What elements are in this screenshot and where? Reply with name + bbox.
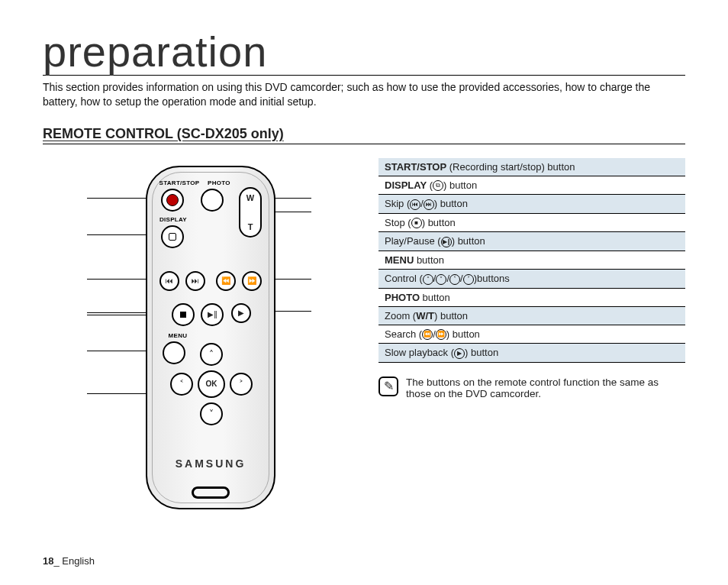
left-icon: ˂: [449, 274, 460, 285]
page-number: 18: [43, 555, 53, 567]
intro-text: This section provides information on usi…: [43, 80, 685, 109]
lanyard-hole-icon: [192, 486, 230, 499]
page-language: _ English: [53, 555, 94, 567]
row-text: Slow playback (: [385, 347, 454, 358]
row-bold: DISPLAY: [385, 179, 427, 191]
section-heading: REMOTE CONTROL (SC-DX205 only): [43, 126, 685, 144]
button-list-row: START/STOP (Recording start/stop) button: [378, 158, 685, 176]
rew-icon: ⏪: [422, 329, 433, 340]
button-list-row: PHOTO button: [378, 289, 685, 307]
remote-body: START/STOP PHOTO W T DISPLAY ⏮ ⏭ ⏪ ⏩ ▶‖ …: [146, 166, 275, 509]
dpad-left-icon: ˂: [170, 373, 193, 396]
button-list-row: Stop (■) button: [378, 214, 685, 233]
row-text: Skip (: [385, 198, 410, 209]
page-footer: 18_ English: [43, 555, 95, 567]
row-text: Play/Pause (: [385, 235, 441, 247]
photo-button-icon: [201, 189, 224, 212]
search-ffwd-icon: ⏩: [242, 271, 262, 291]
ffwd-icon: ⏩: [436, 329, 446, 340]
label-menu: MENU: [163, 332, 193, 339]
button-list-row: Skip (⏮/⏭) button: [378, 195, 685, 214]
row-text: button: [420, 292, 450, 303]
down-icon: ˅: [436, 274, 446, 285]
row-tail: ) button: [465, 347, 498, 358]
button-list-row: Search (⏪/⏩) button: [378, 325, 685, 344]
row-text: Zoom (: [385, 310, 416, 322]
row-bold: START/STOP: [385, 161, 446, 173]
row-bold-mid: W/T: [416, 310, 434, 322]
label-display: DISPLAY: [156, 216, 190, 223]
row-text: Search (: [385, 328, 422, 340]
button-list-row: Slow playback (▶) button: [378, 344, 685, 363]
note-text: The buttons on the remote control functi…: [406, 377, 685, 399]
skip-back-icon: ⏮: [159, 271, 179, 291]
page-title: preparation: [43, 31, 685, 76]
button-list-row: Control (˄/˅/˂/˃)buttons: [378, 270, 685, 289]
button-list-row: DISPLAY (⧉) button: [378, 176, 685, 196]
row-tail: ) button: [443, 179, 477, 191]
row-tail: ) button: [422, 217, 456, 228]
display-icon: ⧉: [433, 180, 443, 191]
skip-forward-icon: ⏭: [185, 271, 205, 291]
row-tail: ) button: [434, 198, 468, 209]
right-icon: ˃: [463, 274, 474, 285]
row-text: (: [427, 179, 433, 191]
zoom-w-label: W: [246, 193, 254, 202]
button-list: START/STOP (Recording start/stop) button…: [378, 158, 685, 399]
label-photo: PHOTO: [204, 179, 234, 186]
row-tail: ) button: [446, 328, 480, 340]
stop-icon: ■: [411, 218, 422, 228]
start-stop-button-icon: [161, 189, 184, 212]
dpad-ok-icon: OK: [198, 370, 225, 398]
note-icon: ✎: [378, 377, 398, 396]
slow-icon: ▶: [454, 348, 465, 359]
play-pause-icon: ▶‖: [201, 303, 224, 326]
dpad-down-icon: ˅: [200, 402, 223, 425]
row-tail: )buttons: [474, 273, 510, 284]
slow-playback-icon: ▶: [231, 303, 251, 323]
row-text: button: [414, 254, 444, 266]
search-rew-icon: ⏪: [216, 271, 236, 291]
row-text: Control (: [385, 273, 423, 284]
row-text: (Recording start/stop) button: [446, 161, 575, 173]
dpad-right-icon: ˃: [230, 373, 253, 396]
button-list-row: Play/Pause (▶‖) button: [378, 232, 685, 251]
skip-fwd-icon: ⏭: [424, 199, 434, 210]
note: ✎The buttons on the remote control funct…: [378, 377, 685, 399]
row-tail: ) button: [452, 235, 485, 247]
row-bold: MENU: [385, 254, 414, 266]
label-start-stop: START/STOP: [156, 179, 202, 186]
playpause-icon: ▶‖: [441, 237, 452, 247]
zoom-wt-button-icon: W T: [239, 187, 262, 238]
dpad-up-icon: ˄: [200, 343, 223, 366]
row-text: Stop (: [385, 217, 411, 228]
skip-back-icon: ⏮: [410, 199, 420, 210]
row-bold: PHOTO: [385, 292, 420, 303]
button-list-row: MENU button: [378, 251, 685, 270]
brand-label: SAMSUNG: [147, 457, 274, 470]
remote-diagram: START/STOP PHOTO W T DISPLAY ⏮ ⏭ ⏪ ⏩ ▶‖ …: [43, 158, 333, 525]
row-tail: ) button: [434, 310, 468, 322]
zoom-t-label: T: [248, 222, 253, 231]
button-list-row: Zoom (W/T) button: [378, 307, 685, 325]
display-button-icon: [161, 225, 184, 248]
stop-button-icon: [172, 303, 195, 326]
up-icon: ˄: [423, 274, 433, 285]
dpad: ˄ ˅ ˂ ˃ OK: [170, 343, 253, 425]
